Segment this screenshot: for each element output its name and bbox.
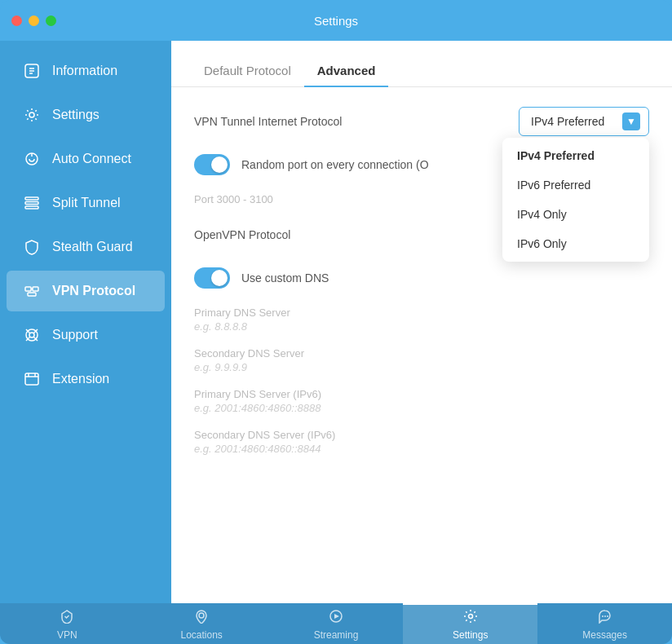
sidebar-label-support: Support [52, 328, 98, 342]
dropdown-option-ipv4-preferred[interactable]: IPv4 Preferred [502, 141, 649, 170]
svg-rect-20 [25, 373, 38, 385]
svg-point-29 [602, 615, 603, 617]
split-tunnel-icon [23, 194, 41, 212]
sidebar-label-settings: Settings [52, 108, 99, 122]
vpn-tunnel-select[interactable]: IPv4 Preferred ▼ [519, 107, 649, 136]
maximize-button[interactable] [46, 15, 56, 26]
svg-point-24 [199, 613, 204, 618]
primary-dns-value: e.g. 8.8.8.8 [194, 320, 649, 333]
sidebar-item-auto-connect[interactable]: Auto Connect [7, 139, 165, 179]
sidebar-label-stealth-guard: Stealth Guard [52, 240, 133, 254]
secondary-dns-label: Secondary DNS Server [194, 347, 649, 359]
sidebar-label-auto-connect: Auto Connect [52, 152, 131, 166]
settings-nav-icon [463, 609, 478, 627]
sidebar-item-extension[interactable]: Extension [7, 359, 165, 399]
primary-dns-label: Primary DNS Server [194, 307, 649, 319]
nav-item-settings[interactable]: Settings [403, 603, 537, 644]
sidebar-item-stealth-guard[interactable]: Stealth Guard [7, 227, 165, 267]
sidebar-item-vpn-protocol[interactable]: VPN Protocol [7, 271, 165, 311]
custom-dns-row: Use custom DNS [194, 267, 649, 289]
svg-point-4 [29, 112, 34, 117]
svg-marker-26 [334, 614, 339, 619]
title-bar: Settings [0, 0, 672, 41]
tab-default-protocol[interactable]: Default Protocol [191, 55, 304, 87]
tab-advanced[interactable]: Advanced [304, 55, 389, 87]
nav-label-locations: Locations [181, 629, 223, 641]
secondary-dns-v6-field: Secondary DNS Server (IPv6) e.g. 2001:48… [194, 429, 649, 455]
sidebar: Information Settings Auto Connect [0, 41, 171, 603]
sidebar-item-information[interactable]: Information [7, 51, 165, 91]
sidebar-item-settings[interactable]: Settings [7, 95, 165, 135]
close-button[interactable] [11, 15, 22, 26]
messages-nav-icon [598, 609, 612, 627]
auto-connect-icon [23, 150, 41, 168]
secondary-dns-v6-label: Secondary DNS Server (IPv6) [194, 429, 649, 441]
nav-item-locations[interactable]: Locations [135, 603, 269, 644]
nav-label-settings: Settings [453, 629, 488, 641]
sidebar-item-support[interactable]: Support [7, 315, 165, 355]
nav-label-vpn: VPN [57, 629, 77, 641]
primary-dns-v6-field: Primary DNS Server (IPv6) e.g. 2001:4860… [194, 388, 649, 414]
custom-dns-toggle[interactable] [194, 267, 230, 289]
vpn-protocol-icon [23, 282, 41, 300]
svg-rect-10 [25, 287, 31, 291]
openvpn-label: OpenVPN Protocol [194, 228, 290, 241]
custom-dns-knob [211, 270, 228, 286]
vpn-nav-icon [60, 609, 74, 627]
nav-item-streaming[interactable]: Streaming [269, 603, 404, 644]
main-layout: Information Settings Auto Connect [0, 41, 672, 603]
vpn-tunnel-label: VPN Tunnel Internet Protocol [194, 115, 342, 128]
svg-point-30 [607, 615, 608, 617]
minimize-button[interactable] [29, 15, 39, 26]
svg-rect-7 [25, 197, 38, 200]
sidebar-label-split-tunnel: Split Tunnel [52, 196, 121, 210]
svg-point-27 [468, 614, 472, 618]
settings-icon [23, 106, 41, 124]
nav-label-streaming: Streaming [314, 629, 359, 641]
secondary-dns-value: e.g. 9.9.9.9 [194, 361, 649, 373]
svg-point-28 [604, 615, 606, 617]
toggle-knob [211, 157, 228, 173]
svg-rect-13 [28, 293, 36, 296]
sidebar-label-extension: Extension [52, 372, 109, 386]
nav-label-messages: Messages [582, 629, 627, 641]
random-port-label: Random port on every connection (O [241, 158, 429, 171]
tabs-bar: Default Protocol Advanced [171, 41, 672, 87]
svg-rect-9 [25, 206, 38, 209]
primary-dns-v6-value: e.g. 2001:4860:4860::8888 [194, 402, 649, 414]
locations-nav-icon [194, 609, 209, 627]
stealth-guard-icon [23, 238, 41, 256]
bottom-nav: VPN Locations Streaming Settings [0, 603, 672, 644]
window-title: Settings [314, 14, 358, 28]
streaming-nav-icon [329, 609, 343, 627]
dropdown-option-ipv6-only[interactable]: IPv6 Only [502, 229, 649, 258]
window-controls [11, 15, 56, 26]
custom-dns-label: Use custom DNS [241, 271, 329, 285]
secondary-dns-v6-value: e.g. 2001:4860:4860::8844 [194, 443, 649, 455]
primary-dns-v6-label: Primary DNS Server (IPv6) [194, 388, 649, 400]
svg-rect-8 [25, 202, 38, 205]
vpn-tunnel-value: IPv4 Preferred [531, 115, 604, 128]
random-port-toggle[interactable] [194, 154, 230, 175]
content-body: VPN Tunnel Internet Protocol IPv4 Prefer… [171, 87, 672, 603]
sidebar-label-information: Information [52, 64, 117, 78]
dropdown-option-ipv4-only[interactable]: IPv4 Only [502, 200, 649, 229]
secondary-dns-field: Secondary DNS Server e.g. 9.9.9.9 [194, 347, 649, 373]
vpn-tunnel-row: VPN Tunnel Internet Protocol IPv4 Prefer… [194, 107, 649, 136]
primary-dns-field: Primary DNS Server e.g. 8.8.8.8 [194, 307, 649, 333]
sidebar-item-split-tunnel[interactable]: Split Tunnel [7, 183, 165, 223]
nav-item-messages[interactable]: Messages [537, 603, 672, 644]
vpn-tunnel-dropdown-arrow: ▼ [622, 112, 640, 130]
content-area: Default Protocol Advanced VPN Tunnel Int… [171, 41, 672, 603]
svg-rect-11 [33, 287, 38, 291]
svg-point-15 [29, 333, 34, 337]
vpn-tunnel-select-wrapper: IPv4 Preferred ▼ IPv4 Preferred IPv6 Pre… [519, 107, 649, 136]
vpn-tunnel-dropdown-menu: IPv4 Preferred IPv6 Preferred IPv4 Only … [502, 138, 649, 262]
sidebar-label-vpn-protocol: VPN Protocol [52, 284, 135, 298]
support-icon [23, 326, 41, 344]
information-icon [23, 62, 41, 80]
nav-item-vpn[interactable]: VPN [0, 603, 135, 644]
dropdown-option-ipv6-preferred[interactable]: IPv6 Preferred [502, 170, 649, 200]
extension-icon [23, 370, 41, 388]
